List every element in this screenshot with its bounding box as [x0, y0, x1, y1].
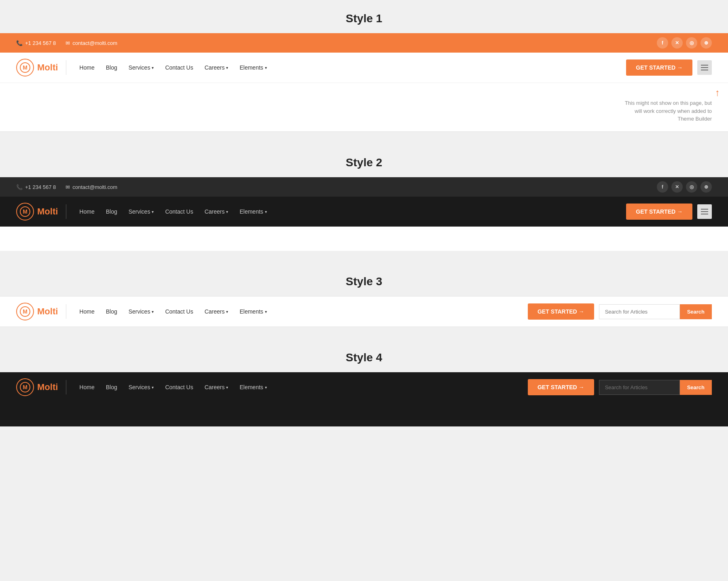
- hamburger-icon: [701, 65, 708, 70]
- email-item-2: ✉ contact@molti.com: [66, 184, 117, 190]
- nav-contact-4[interactable]: Contact Us: [160, 382, 198, 393]
- instagram-icon[interactable]: ◎: [686, 37, 697, 49]
- search-button-3[interactable]: Search: [680, 304, 712, 319]
- nav-home-2[interactable]: Home: [74, 206, 99, 217]
- divider-1: [0, 132, 728, 144]
- nav-links-4: Home Blog Services▾ Contact Us Careers▾ …: [74, 382, 271, 393]
- nav-right-2: GET STARTED →: [626, 204, 712, 220]
- elements-chevron: ▾: [265, 66, 267, 70]
- email-item: ✉ contact@molti.com: [66, 40, 117, 46]
- search-input-4[interactable]: [599, 380, 680, 395]
- topbar-social-right-2: f ✕ ◎ ⊛: [657, 181, 712, 193]
- nav-divider-2: [66, 204, 66, 219]
- nav-elements-2[interactable]: Elements▾: [235, 206, 271, 217]
- style2-title: Style 2: [0, 144, 728, 177]
- style3-navbar: M Molti Home Blog Services▾ Contact Us C…: [0, 297, 728, 327]
- style3-title: Style 3: [0, 263, 728, 296]
- nav-careers-3[interactable]: Careers▾: [200, 306, 233, 317]
- nav-home-4[interactable]: Home: [74, 382, 99, 393]
- services-chevron-2: ▾: [152, 210, 154, 214]
- style1-navbar: M Molti Home Blog Services▾ Contact Us C…: [0, 53, 728, 83]
- logo-m-2: M: [20, 206, 30, 217]
- style4-gap: [0, 402, 728, 426]
- nav-services-4[interactable]: Services▾: [124, 382, 159, 393]
- nav-careers[interactable]: Careers▾: [200, 62, 233, 73]
- nav-services-3[interactable]: Services▾: [124, 306, 159, 317]
- facebook-icon[interactable]: f: [657, 37, 668, 49]
- scroll-up-arrow[interactable]: ↑: [715, 87, 720, 98]
- logo-icon-2: M: [16, 203, 34, 221]
- twitter-icon-2[interactable]: ✕: [671, 181, 683, 193]
- nav-home-3[interactable]: Home: [74, 306, 99, 317]
- twitter-icon[interactable]: ✕: [671, 37, 683, 49]
- search-area-3: Search: [599, 304, 712, 319]
- search-area-4: Search: [599, 380, 712, 395]
- logo-2[interactable]: M Molti: [16, 203, 58, 221]
- instagram-icon-2[interactable]: ◎: [686, 181, 697, 193]
- logo-4[interactable]: M Molti: [16, 378, 58, 396]
- nav-elements[interactable]: Elements▾: [235, 62, 271, 73]
- careers-chevron-2: ▾: [226, 210, 228, 214]
- get-started-button-4[interactable]: GET STARTED →: [528, 379, 594, 395]
- search-input-3[interactable]: [599, 304, 680, 319]
- logo-icon-3: M: [16, 303, 34, 320]
- divider-3: [0, 327, 728, 339]
- elements-chevron-3: ▾: [265, 310, 267, 314]
- style2-wrapper: 📞 +1 234 567 8 ✉ contact@molti.com f ✕ ◎…: [0, 177, 728, 251]
- logo-text-2: Molti: [37, 206, 58, 217]
- nav-contact-2[interactable]: Contact Us: [160, 206, 198, 217]
- phone-icon-2: 📞: [16, 184, 23, 190]
- style4-navbar: M Molti Home Blog Services▾ Contact Us C…: [0, 372, 728, 402]
- nav-elements-4[interactable]: Elements▾: [235, 382, 271, 393]
- nav-services[interactable]: Services▾: [124, 62, 159, 73]
- dribbble-icon[interactable]: ⊛: [700, 37, 712, 49]
- search-button-4[interactable]: Search: [680, 380, 712, 395]
- style2-topbar: 📞 +1 234 567 8 ✉ contact@molti.com f ✕ ◎…: [0, 177, 728, 197]
- menu-icon-2[interactable]: [697, 204, 712, 219]
- nav-blog-3[interactable]: Blog: [101, 306, 122, 317]
- nav-blog-2[interactable]: Blog: [101, 206, 122, 217]
- phone-icon: 📞: [16, 40, 23, 46]
- logo-nav-area-2: M Molti Home Blog Services▾ Contact Us C…: [16, 203, 272, 221]
- hamburger-icon-2: [701, 209, 708, 214]
- nav-contact[interactable]: Contact Us: [160, 62, 198, 73]
- nav-careers-2[interactable]: Careers▾: [200, 206, 233, 217]
- topbar-left-2: 📞 +1 234 567 8 ✉ contact@molti.com: [16, 184, 117, 190]
- nav-home[interactable]: Home: [74, 62, 99, 73]
- nav-blog-4[interactable]: Blog: [101, 382, 122, 393]
- get-started-button-1[interactable]: GET STARTED →: [626, 59, 692, 76]
- nav-divider-3: [66, 304, 66, 319]
- style1-topbar: 📞 +1 234 567 8 ✉ contact@molti.com f ✕ ◎…: [0, 33, 728, 53]
- logo-text-3: Molti: [37, 306, 58, 317]
- careers-chevron-4: ▾: [226, 385, 228, 390]
- nav-contact-3[interactable]: Contact Us: [160, 306, 198, 317]
- logo-nav-area-4: M Molti Home Blog Services▾ Contact Us C…: [16, 378, 272, 396]
- get-started-button-2[interactable]: GET STARTED →: [626, 204, 692, 220]
- careers-chevron-3: ▾: [226, 310, 228, 314]
- nav-links: Home Blog Services▾ Contact Us Careers▾ …: [74, 62, 271, 73]
- nav-right-1: GET STARTED →: [626, 59, 712, 76]
- nav-elements-3[interactable]: Elements▾: [235, 306, 271, 317]
- nav-services-2[interactable]: Services▾: [124, 206, 159, 217]
- style2-navbar: M Molti Home Blog Services▾ Contact Us C…: [0, 197, 728, 227]
- dribbble-icon-2[interactable]: ⊛: [700, 181, 712, 193]
- nav-links-3: Home Blog Services▾ Contact Us Careers▾ …: [74, 306, 271, 317]
- logo-m-4: M: [20, 382, 30, 392]
- topbar-social-right: f ✕ ◎ ⊛: [657, 37, 712, 49]
- bottom-gap: [0, 426, 728, 443]
- logo[interactable]: M Molti: [16, 59, 58, 76]
- style2-gap: [0, 227, 728, 251]
- get-started-button-3[interactable]: GET STARTED →: [528, 303, 594, 320]
- logo-3[interactable]: M Molti: [16, 303, 58, 320]
- services-chevron-3: ▾: [152, 310, 154, 314]
- email-address-2: contact@molti.com: [72, 184, 117, 190]
- nav-careers-4[interactable]: Careers▾: [200, 382, 233, 393]
- style1-wrapper: 📞 +1 234 567 8 ✉ contact@molti.com f ✕ ◎…: [0, 33, 728, 132]
- logo-nav-area: M Molti Home Blog Services▾ Contact Us C…: [16, 59, 272, 76]
- nav-right-4: GET STARTED → Search: [528, 379, 712, 395]
- elements-chevron-2: ▾: [265, 210, 267, 214]
- facebook-icon-2[interactable]: f: [657, 181, 668, 193]
- menu-icon-1[interactable]: [697, 60, 712, 75]
- nav-blog[interactable]: Blog: [101, 62, 122, 73]
- divider-2: [0, 251, 728, 263]
